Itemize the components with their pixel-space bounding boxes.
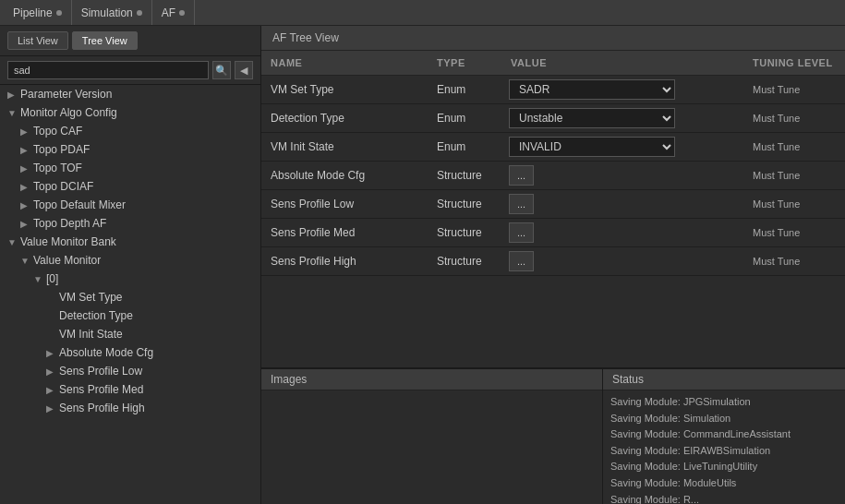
tree-arrow: ▼ [20, 256, 33, 266]
cell-type: Enum [428, 137, 501, 157]
images-panel-header: Images [261, 369, 602, 390]
af-tab-label: AF [162, 6, 175, 19]
search-input[interactable] [7, 61, 209, 79]
tree-item-label: VM Set Type [59, 291, 122, 304]
table-row: Sens Profile HighStructure...Must Tune [261, 247, 845, 276]
table-row: Detection TypeEnumUnstableStableNoneMust… [261, 104, 845, 133]
tree-view-table: NAME TYPE VALUE TUNING LEVEL VM Set Type… [261, 51, 845, 367]
tree-item[interactable]: ▶Sens Profile Low [0, 362, 260, 380]
col-type: TYPE [428, 54, 501, 71]
tree-item[interactable]: ▼Value Monitor Bank [0, 233, 260, 251]
cell-tuning: Must Tune [743, 252, 845, 270]
tree-arrow: ▶ [20, 219, 33, 229]
images-panel: Images [261, 369, 603, 504]
search-prev-button[interactable]: ◀ [235, 61, 253, 79]
tree-item[interactable]: VM Set Type [0, 288, 260, 306]
status-line: Saving Module: Simulation [610, 411, 838, 427]
tree-container: ▶Parameter Version▼Monitor Algo Config▶T… [0, 85, 260, 504]
main-area: List View Tree View 🔍 ◀ ▶Parameter Versi… [0, 26, 845, 504]
tree-arrow: ▶ [20, 182, 33, 192]
top-tab-bar: Pipeline Simulation AF [0, 0, 845, 26]
tree-arrow: ▶ [46, 385, 59, 395]
left-panel: List View Tree View 🔍 ◀ ▶Parameter Versi… [0, 26, 261, 504]
cell-type: Structure [428, 194, 501, 214]
tree-item-label: Topo CAF [33, 125, 82, 138]
tab-af[interactable]: AF [152, 0, 195, 25]
af-tab-marker [179, 10, 185, 16]
tree-arrow: ▶ [46, 366, 59, 377]
list-view-button[interactable]: List View [7, 31, 68, 50]
status-line: Saving Module: CommandLineAssistant [610, 426, 838, 443]
tree-item[interactable]: ▶Absolute Mode Cfg [0, 343, 260, 362]
tree-item-label: Topo DCIAF [33, 180, 93, 193]
cell-value: ... [501, 247, 743, 275]
search-button[interactable]: 🔍 [212, 61, 231, 79]
tree-arrow: ▼ [33, 274, 46, 284]
tree-item[interactable]: ▼Monitor Algo Config [0, 103, 260, 122]
tree-item[interactable]: ▶Sens Profile Med [0, 380, 260, 399]
tree-item[interactable]: ▼[0] [0, 270, 260, 288]
cell-value: UnstableStableNone [501, 104, 743, 132]
right-content: AF Tree View NAME TYPE VALUE TUNING LEVE… [261, 26, 845, 504]
search-bar: 🔍 ◀ [0, 56, 260, 85]
table-row: VM Init StateEnumINVALIDVALIDMust Tune [261, 133, 845, 162]
col-tuning: TUNING LEVEL [743, 54, 845, 71]
value-dropdown[interactable]: UnstableStableNone [509, 108, 675, 128]
tree-item[interactable]: ▶Topo Depth AF [0, 214, 260, 233]
cell-tuning: Must Tune [743, 195, 845, 213]
tree-item[interactable]: ▶Sens Profile High [0, 399, 260, 417]
tree-item-label: Absolute Mode Cfg [59, 346, 153, 359]
tree-item[interactable]: ▶Topo TOF [0, 159, 260, 177]
tree-item[interactable]: Detection Type [0, 306, 260, 325]
cell-name: VM Set Type [261, 79, 428, 100]
tree-item[interactable]: ▶Topo PDAF [0, 140, 260, 159]
cell-value: INVALIDVALID [501, 133, 743, 161]
cell-name: Detection Type [261, 108, 428, 128]
table-header: NAME TYPE VALUE TUNING LEVEL [261, 51, 845, 76]
tree-view-button[interactable]: Tree View [72, 31, 138, 50]
cell-type: Structure [428, 222, 501, 243]
tree-arrow: ▶ [20, 163, 33, 174]
tree-item[interactable]: ▶Topo CAF [0, 122, 260, 140]
af-tree-view-header: AF Tree View [261, 26, 845, 51]
tree-item-label: VM Init State [59, 328, 123, 341]
value-dropdown[interactable]: SADRPDAFTOF [509, 79, 675, 100]
tree-item-label: Parameter Version [20, 88, 112, 101]
status-line: Saving Module: R... [610, 492, 838, 504]
struct-button[interactable]: ... [509, 194, 534, 214]
images-panel-body [261, 390, 602, 504]
tree-item[interactable]: ▼Value Monitor [0, 251, 260, 270]
status-line: Saving Module: EIRAWBSimulation [610, 443, 838, 460]
tree-item-label: Sens Profile Low [59, 365, 142, 378]
cell-tuning: Must Tune [743, 109, 845, 127]
table-row: Absolute Mode CfgStructure...Must Tune [261, 162, 845, 190]
struct-button[interactable]: ... [509, 251, 534, 271]
cell-type: Structure [428, 165, 501, 186]
tree-item[interactable]: ▶Topo DCIAF [0, 177, 260, 196]
cell-tuning: Must Tune [743, 138, 845, 156]
tree-item[interactable]: VM Init State [0, 325, 260, 343]
cell-type: Enum [428, 79, 501, 100]
table-row: VM Set TypeEnumSADRPDAFTOFMust Tune [261, 76, 845, 104]
tree-item-label: Monitor Algo Config [20, 106, 117, 119]
tab-simulation[interactable]: Simulation [72, 0, 152, 25]
col-value: VALUE [501, 54, 743, 71]
tab-pipeline[interactable]: Pipeline [4, 0, 72, 25]
status-panel-header: Status [603, 369, 845, 390]
status-line: Saving Module: LiveTuningUtility [610, 459, 838, 475]
simulation-tab-label: Simulation [81, 6, 133, 19]
cell-name: Absolute Mode Cfg [261, 165, 428, 186]
value-dropdown[interactable]: INVALIDVALID [509, 137, 675, 157]
table-row: Sens Profile LowStructure...Must Tune [261, 190, 845, 219]
tree-item[interactable]: ▶Topo Default Mixer [0, 196, 260, 214]
struct-button[interactable]: ... [509, 222, 534, 243]
cell-type: Structure [428, 251, 501, 271]
tree-item-label: Value Monitor [33, 254, 101, 267]
tree-item-label: Sens Profile Med [59, 383, 143, 396]
cell-tuning: Must Tune [743, 223, 845, 242]
cell-name: Sens Profile Low [261, 194, 428, 214]
struct-button[interactable]: ... [509, 165, 534, 186]
cell-tuning: Must Tune [743, 80, 845, 99]
tree-arrow: ▶ [46, 403, 59, 414]
tree-item[interactable]: ▶Parameter Version [0, 85, 260, 103]
